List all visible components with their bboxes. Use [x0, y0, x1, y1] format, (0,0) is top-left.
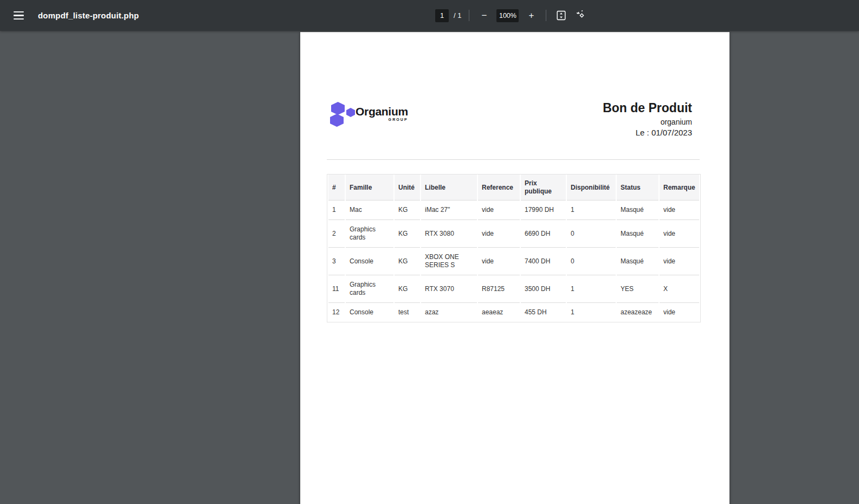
table-cell: aeaeaz	[478, 303, 520, 322]
products-table: #FamilleUnitéLibelleReferencePrix publiq…	[327, 174, 701, 322]
column-header: Disponibilité	[567, 175, 616, 201]
table-cell: vide	[478, 248, 520, 275]
fit-to-page-icon[interactable]	[554, 9, 568, 23]
page-count-label: / 1	[454, 11, 461, 20]
table-cell: Masqué	[617, 248, 658, 275]
table-row: 3ConsoleKGXBOX ONE SERIES Svide7400 DH0M…	[328, 248, 699, 275]
table-cell: 1	[328, 201, 345, 220]
table-cell: Graphics cards	[346, 275, 393, 303]
table-cell: 0	[567, 220, 616, 248]
table-cell: Console	[346, 248, 393, 275]
table-cell: 6690 DH	[521, 220, 566, 248]
table-cell: Masqué	[617, 201, 658, 220]
table-cell: vide	[660, 248, 699, 275]
table-cell: RTX 3080	[421, 220, 477, 248]
table-cell: KG	[395, 220, 420, 248]
table-row: 2Graphics cardsKGRTX 3080vide6690 DH0Mas…	[328, 220, 699, 248]
menu-icon[interactable]	[11, 9, 26, 22]
toolbar-divider	[469, 10, 469, 21]
table-cell: vide	[660, 201, 699, 220]
logo-hexagons-icon	[327, 101, 353, 126]
table-cell: X	[660, 275, 699, 303]
zoom-out-button[interactable]: −	[477, 9, 491, 23]
pdf-viewer-toolbar: dompdf_liste-produit.php / 1 − +	[0, 0, 859, 31]
pdf-page: Organium GROUP Bon de Produit organium L…	[300, 32, 729, 504]
table-cell: 455 DH	[521, 303, 566, 322]
page-number-input[interactable]	[435, 9, 449, 22]
toolbar-divider	[546, 10, 546, 21]
table-cell: 7400 DH	[521, 248, 566, 275]
table-cell: YES	[617, 275, 658, 303]
zoom-in-button[interactable]: +	[524, 9, 538, 23]
table-cell: Mac	[346, 201, 393, 220]
zoom-level-input[interactable]	[496, 9, 519, 22]
column-header: Famille	[346, 175, 393, 201]
table-cell: 0	[567, 248, 616, 275]
column-header: Status	[617, 175, 658, 201]
table-cell: RTX 3070	[421, 275, 477, 303]
document-date: Le : 01/07/2023	[603, 128, 692, 137]
table-cell: vide	[478, 201, 520, 220]
rotate-icon[interactable]	[574, 9, 589, 23]
table-cell: R87125	[478, 275, 520, 303]
table-cell: Console	[346, 303, 393, 322]
table-cell: azeazeaze	[617, 303, 658, 322]
table-cell: vide	[660, 303, 699, 322]
column-header: Unité	[395, 175, 420, 201]
logo-group-text: GROUP	[356, 118, 408, 121]
table-row: 12Consoletestazazaeaeaz455 DH1azeazeazev…	[328, 303, 699, 322]
table-cell: 1	[567, 303, 616, 322]
table-cell: 1	[567, 201, 616, 220]
column-header: #	[328, 175, 345, 201]
table-cell: Masqué	[617, 220, 658, 248]
column-header: Reference	[478, 175, 520, 201]
document-filename: dompdf_liste-produit.php	[38, 11, 139, 20]
table-cell: KG	[395, 201, 420, 220]
table-header-row: #FamilleUnitéLibelleReferencePrix publiq…	[328, 175, 699, 201]
pdf-viewport[interactable]: Organium GROUP Bon de Produit organium L…	[0, 31, 859, 504]
table-row: 1MacKGiMac 27"vide17990 DH1Masquévide	[328, 201, 699, 220]
table-cell: 3	[328, 248, 345, 275]
table-cell: vide	[478, 220, 520, 248]
document-subtitle: organium	[603, 118, 692, 126]
table-cell: iMac 27"	[421, 201, 477, 220]
table-cell: KG	[395, 248, 420, 275]
table-cell: 1	[567, 275, 616, 303]
organium-logo: Organium GROUP	[327, 101, 408, 126]
column-header: Prix publique	[521, 175, 566, 201]
table-cell: 17990 DH	[521, 201, 566, 220]
document-header: Organium GROUP Bon de Produit organium L…	[327, 32, 700, 137]
column-header: Remarque	[660, 175, 699, 201]
table-cell: KG	[395, 275, 420, 303]
table-cell: XBOX ONE SERIES S	[421, 248, 477, 275]
table-cell: 2	[328, 220, 345, 248]
table-cell: 11	[328, 275, 345, 303]
table-row: 11Graphics cardsKGRTX 3070R871253500 DH1…	[328, 275, 699, 303]
document-title: Bon de Produit	[603, 101, 692, 115]
table-cell: vide	[660, 220, 699, 248]
table-cell: 3500 DH	[521, 275, 566, 303]
column-header: Libelle	[421, 175, 477, 201]
table-cell: 12	[328, 303, 345, 322]
table-cell: Graphics cards	[346, 220, 393, 248]
table-cell: test	[395, 303, 420, 322]
table-cell: azaz	[421, 303, 477, 322]
logo-brand-text: Organium	[356, 106, 408, 117]
header-divider	[327, 159, 700, 160]
